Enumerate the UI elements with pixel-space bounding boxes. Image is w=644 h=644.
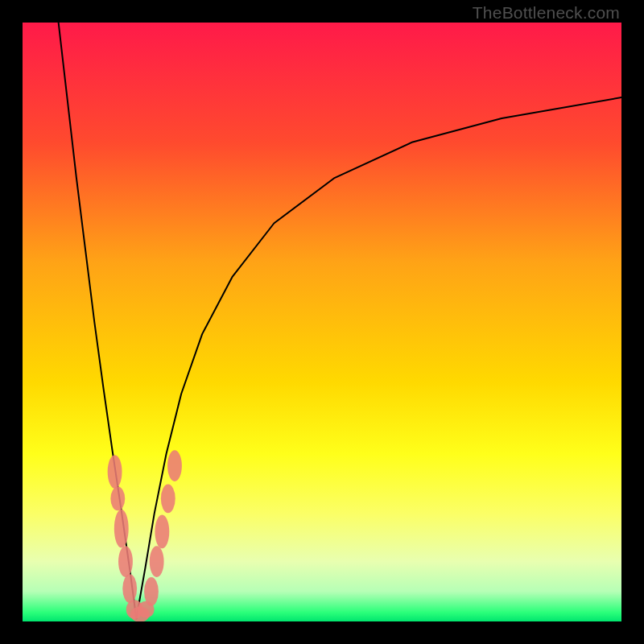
watermark-text: TheBottleneck.com [473, 3, 620, 23]
plot-area [23, 23, 621, 621]
marker-10 [155, 515, 169, 549]
marker-4 [122, 574, 137, 603]
marker-1 [110, 487, 125, 511]
marker-8 [144, 577, 159, 606]
marker-3 [118, 546, 133, 577]
marker-0 [108, 455, 122, 489]
marker-2 [114, 510, 129, 548]
marker-9 [150, 546, 164, 577]
chart-svg [23, 23, 621, 621]
marker-11 [161, 485, 175, 514]
chart-frame: TheBottleneck.com [0, 0, 644, 644]
marker-12 [167, 450, 182, 481]
